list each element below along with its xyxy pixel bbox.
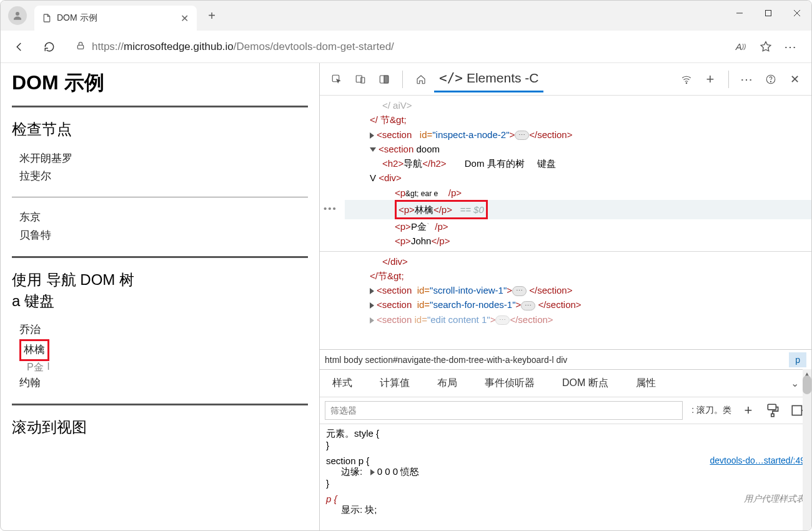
new-tab-button[interactable]: + bbox=[202, 6, 222, 26]
list-item: 东京 bbox=[19, 209, 308, 227]
page-icon bbox=[42, 13, 52, 23]
tab-dom-breakpoints[interactable]: DOM 断点 bbox=[562, 377, 608, 390]
address-bar: https://microsoftedge.github.io/Demos/de… bbox=[1, 31, 811, 63]
svg-point-14 bbox=[770, 81, 771, 82]
tree-row[interactable]: <section id="scroll-into-view-1">⋯ </sec… bbox=[345, 283, 811, 297]
paint-icon[interactable] bbox=[765, 402, 781, 419]
panel-toggle-icon[interactable] bbox=[374, 69, 395, 90]
window-titlebar: DOM 示例 ✕ + bbox=[1, 1, 811, 31]
highlighted-item: 林檎 bbox=[19, 339, 49, 361]
list-item: 贝鲁特 bbox=[19, 227, 308, 245]
tab-close-icon[interactable]: ✕ bbox=[179, 13, 189, 23]
tree-row[interactable]: </div> bbox=[345, 254, 811, 269]
list-names: 乔治 林檎 P金l 约翰 bbox=[12, 317, 308, 396]
window-controls bbox=[725, 1, 811, 26]
help-icon[interactable] bbox=[760, 69, 781, 90]
maximize-button[interactable] bbox=[754, 1, 783, 26]
tree-row[interactable]: </ 节&gt; bbox=[345, 112, 811, 127]
elements-tree[interactable]: </ aiV> </ 节&gt; <section id="inspect-a-… bbox=[320, 96, 811, 349]
lock-icon bbox=[76, 40, 86, 54]
page-content[interactable]: DOM 示例 检查节点 米开朗基罗 拉斐尔 东京 贝鲁特 使用 导航 DOM 树… bbox=[1, 63, 319, 530]
devtools-close-icon[interactable]: ✕ bbox=[784, 69, 805, 90]
device-emulation-icon[interactable] bbox=[350, 69, 371, 90]
more-icon[interactable]: ⋯ bbox=[784, 40, 798, 54]
tree-row[interactable]: <p&gt; ear e /p> bbox=[345, 186, 811, 200]
list-item: 林檎 bbox=[19, 339, 308, 361]
settings-more-icon[interactable]: ⋯ bbox=[736, 69, 758, 90]
styles-filter-row: : 滚刀。类 + bbox=[320, 397, 811, 424]
tree-row[interactable]: <section id="inspect-a-node-2">⋯</sectio… bbox=[345, 127, 811, 142]
filter-hov-label[interactable]: : 滚刀。类 bbox=[691, 405, 731, 416]
tree-row[interactable]: V <div> bbox=[345, 171, 811, 185]
svg-rect-11 bbox=[384, 76, 389, 83]
styles-tabs: 样式 计算值 布局 事件侦听器 DOM 断点 属性 ⌄ bbox=[320, 369, 811, 397]
styles-filter-input[interactable] bbox=[325, 401, 683, 420]
svg-point-0 bbox=[16, 12, 19, 16]
tab-title: DOM 示例 bbox=[57, 12, 174, 24]
tree-row-selected[interactable]: •••<p>林檎</p> == $0 bbox=[345, 200, 811, 219]
inspect-element-icon[interactable] bbox=[326, 69, 347, 90]
new-style-rule-icon[interactable]: + bbox=[740, 402, 756, 419]
tree-row[interactable]: <section doom bbox=[345, 142, 811, 156]
list-cities: 东京 贝鲁特 bbox=[12, 205, 308, 249]
tree-row[interactable]: <h2>导航</h2> Dom 具有的树 键盘 bbox=[345, 156, 811, 171]
url-text: https://microsoftedge.github.io/Demos/de… bbox=[92, 41, 394, 53]
svg-rect-15 bbox=[768, 404, 776, 410]
section-heading-inspect: 检查节点 bbox=[12, 119, 308, 140]
close-button[interactable] bbox=[783, 1, 811, 26]
svg-rect-2 bbox=[766, 11, 771, 16]
refresh-button[interactable] bbox=[38, 36, 61, 58]
source-link[interactable]: devtools-do…started/:49 bbox=[710, 455, 805, 465]
style-rule[interactable]: 用户代理样式表 p { 显示: 块; bbox=[326, 494, 805, 516]
profile-avatar[interactable] bbox=[8, 6, 27, 25]
read-aloud-icon[interactable]: A)) bbox=[734, 40, 748, 54]
svg-rect-17 bbox=[792, 405, 801, 415]
devtools-toolbar: </>Elements -C + ⋯ ✕ bbox=[320, 63, 811, 96]
list-item: 拉斐尔 bbox=[19, 167, 308, 186]
tree-row[interactable]: <section id="search-for-nodes-1">⋯ </sec… bbox=[345, 297, 811, 312]
chevron-down-icon[interactable]: ⌄ bbox=[791, 377, 799, 389]
tree-row[interactable]: </ aiV> bbox=[345, 98, 811, 112]
tab-computed[interactable]: 计算值 bbox=[380, 377, 410, 390]
tree-row[interactable]: </节&gt; bbox=[345, 269, 811, 283]
section-heading-scroll: 滚动到视图 bbox=[12, 417, 308, 438]
elements-tab[interactable]: </>Elements -C bbox=[434, 66, 543, 92]
tree-row[interactable]: <section id="edit content 1">⋯</section> bbox=[345, 312, 811, 327]
styles-scrollbar[interactable]: ▲ bbox=[803, 369, 811, 530]
list-item: P金l bbox=[19, 361, 308, 374]
tree-row[interactable]: <p>John</p> bbox=[345, 234, 811, 248]
page-title: DOM 示例 bbox=[12, 69, 308, 97]
tab-styles[interactable]: 样式 bbox=[332, 377, 352, 390]
svg-point-12 bbox=[686, 82, 687, 84]
devtools-panel: </>Elements -C + ⋯ ✕ </ aiV> </ 节&gt; <s… bbox=[319, 63, 811, 530]
styles-rules[interactable]: 元素。style { } devtools-do…started/:49 sec… bbox=[320, 424, 811, 525]
section-heading-navigate: 使用 导航 DOM 树 a 键盘 bbox=[12, 269, 308, 311]
list-item: 乔治 bbox=[19, 321, 308, 339]
network-conditions-icon[interactable] bbox=[676, 69, 697, 90]
welcome-tab-icon[interactable] bbox=[410, 69, 432, 90]
breadcrumb[interactable]: html body section#navigate-the-dom-tree-… bbox=[320, 349, 811, 369]
style-rule[interactable]: 元素。style { } bbox=[326, 428, 805, 450]
style-rule[interactable]: devtools-do…started/:49 section p { 边缘: … bbox=[326, 455, 805, 489]
more-tabs-icon[interactable]: + bbox=[700, 69, 721, 90]
browser-tab[interactable]: DOM 示例 ✕ bbox=[34, 6, 197, 31]
list-item: 约翰 bbox=[19, 374, 308, 392]
tree-row[interactable]: <p>P金` /p> bbox=[345, 219, 811, 234]
url-box[interactable]: https://microsoftedge.github.io/Demos/de… bbox=[68, 36, 720, 58]
tab-properties[interactable]: 属性 bbox=[636, 377, 656, 390]
tab-event-listeners[interactable]: 事件侦听器 bbox=[485, 377, 535, 390]
favorite-icon[interactable] bbox=[759, 40, 773, 54]
back-button[interactable] bbox=[8, 36, 31, 58]
list-item: 米开朗基罗 bbox=[19, 150, 308, 168]
list-artists: 米开朗基罗 拉斐尔 bbox=[12, 146, 308, 190]
breadcrumb-selected[interactable]: p bbox=[789, 352, 806, 367]
minimize-button[interactable] bbox=[725, 1, 754, 26]
svg-rect-16 bbox=[771, 414, 774, 416]
styles-pane: 样式 计算值 布局 事件侦听器 DOM 断点 属性 ⌄ : 滚刀。类 + 元素。… bbox=[320, 369, 811, 530]
svg-rect-5 bbox=[77, 45, 83, 49]
tab-layout[interactable]: 布局 bbox=[437, 377, 457, 390]
breadcrumb-path: html body section#navigate-the-dom-tree-… bbox=[325, 355, 567, 365]
